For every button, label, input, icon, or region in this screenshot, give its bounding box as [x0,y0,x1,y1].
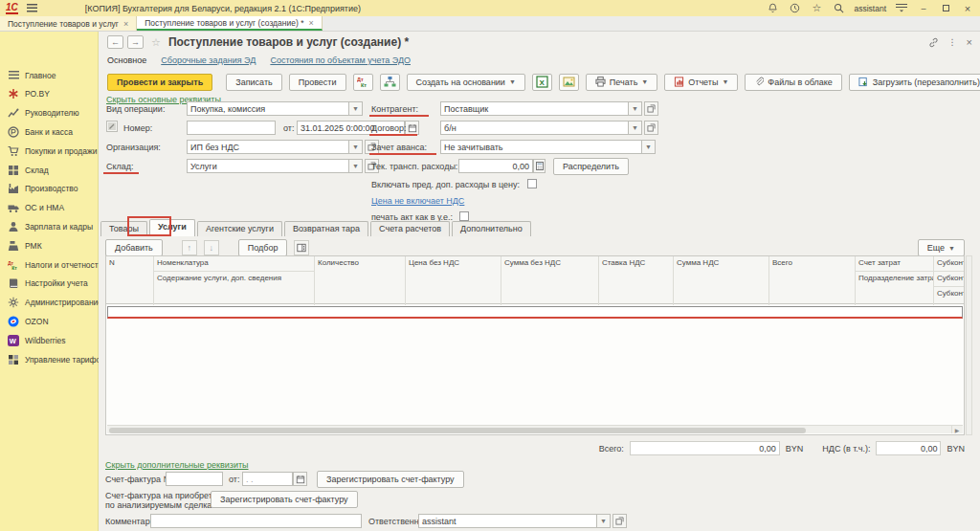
parts-tab[interactable]: Агентские услуги [197,221,282,236]
current-user[interactable]: assistant [854,4,886,13]
minimize-icon[interactable]: – [917,2,930,15]
parts-tab[interactable]: Товары [100,221,147,236]
back-button[interactable]: ← [107,35,123,49]
sidebar-item[interactable]: Производство [0,180,99,198]
notifications-bell-icon[interactable] [766,2,779,15]
get-link-icon[interactable] [928,37,939,48]
contractor-dropdown-icon[interactable]: ▼ [629,101,642,116]
price-no-vat-link[interactable]: Цена не включает НДС [371,196,464,206]
horizontal-scrollbar[interactable]: ▶ [107,425,963,433]
contract-dropdown-icon[interactable]: ▼ [629,121,642,135]
window-tab[interactable]: Поступление товаров и услуг (создание) *… [137,16,322,31]
comment-input[interactable] [150,514,362,528]
sidebar-item[interactable]: Управление тарифом [0,350,99,368]
scroll-right-icon[interactable]: ▶ [951,426,962,433]
invoice-number-input[interactable] [166,472,223,486]
contractor-open-icon[interactable] [644,101,658,116]
contract-open-icon[interactable] [644,121,658,135]
sidebar-item[interactable]: WWildberries [0,331,99,349]
sidebar-item[interactable]: OZON [0,312,99,330]
operation-type-input[interactable]: Покупка, комиссия [187,101,349,116]
responsible-open-icon[interactable] [612,514,627,528]
warehouse-input[interactable]: Услуги [187,159,349,173]
invoice-calendar-icon[interactable] [293,472,307,486]
create-based-on-button[interactable]: Создать на основании▼ [407,74,525,91]
favorites-star-icon[interactable]: ☆ [810,2,823,15]
table-empty-row[interactable] [107,306,963,319]
organization-input[interactable]: ИП без НДС [187,140,349,154]
parts-tab[interactable]: Счета расчетов [370,221,450,236]
vertical-scrollbar[interactable] [966,255,972,435]
nav-edo-states[interactable]: Состояния по объектам учета ЭДО [270,55,411,65]
number-input[interactable] [187,121,276,135]
sidebar-item[interactable]: Настройки учета [0,275,99,293]
sidebar-item[interactable]: Банк и касса [0,122,99,141]
register-invoice-acq-button[interactable]: Зарегистрировать счет-фактуру [211,491,358,508]
history-icon[interactable] [788,2,801,15]
sidebar-item[interactable]: РО.BY [0,85,99,103]
favorite-star-icon[interactable]: ☆ [151,36,161,49]
transport-costs-input[interactable]: 0,00 [458,159,533,173]
load-from-file-button[interactable]: Загрузить (перезаполнить) из файла [849,74,980,91]
parts-tab[interactable]: Дополнительно [452,221,531,236]
operation-type-dropdown-icon[interactable]: ▼ [349,101,363,116]
post-and-close-button[interactable]: Провести и закрыть [107,74,212,91]
close-form-icon[interactable]: × [967,36,972,48]
print-button[interactable]: Печать▼ [586,74,657,91]
tab-close-icon[interactable]: × [123,19,128,29]
column-settings-icon[interactable] [294,240,309,255]
hide-additional-requisites-link[interactable]: Скрыть дополнительные реквизиты [105,460,249,470]
advance-offset-dropdown-icon[interactable]: ▼ [642,140,656,154]
add-row-button[interactable]: Добавить [105,239,163,256]
save-button[interactable]: Записать [226,74,281,91]
attach-image-icon[interactable] [559,74,579,91]
sidebar-item[interactable]: Главное [0,66,99,84]
create-eschf-icon[interactable]: X [532,74,552,91]
distribute-button[interactable]: Распределить [553,158,629,175]
move-down-icon[interactable]: ↓ [204,240,219,255]
sidebar-item[interactable]: ОС и НМА [0,199,99,217]
document-structure-icon[interactable] [380,74,400,91]
edit-number-icon[interactable] [106,121,118,132]
main-menu-icon[interactable] [26,2,39,15]
sidebar-item[interactable]: Руководителю [0,104,99,122]
contract-input[interactable]: б/н [440,121,629,135]
cloud-files-button[interactable]: Файлы в облаке [745,74,841,91]
search-icon[interactable] [832,2,845,15]
contractor-input[interactable]: Поставщик [440,101,629,116]
more-actions-icon[interactable]: ⋮ [948,37,957,47]
move-up-icon[interactable]: ↑ [182,240,197,255]
sidebar-item[interactable]: Зарплата и кадры [0,217,99,235]
nav-assembly-tasks[interactable]: Сборочные задания ЭД [161,55,256,65]
sidebar-item[interactable]: Администрирование [0,294,99,312]
warehouse-dropdown-icon[interactable]: ▼ [349,159,363,173]
window-tab[interactable]: Поступление товаров и услуг× [0,16,137,31]
sidebar-item[interactable]: РМК [0,236,99,254]
responsible-dropdown-icon[interactable]: ▼ [597,514,611,528]
sidebar-item[interactable]: Покупки и продажи [0,142,99,160]
advance-offset-input[interactable]: Не зачитывать [440,140,642,154]
service-menu-icon[interactable] [895,2,908,15]
close-icon[interactable]: × [961,2,974,15]
register-invoice-button[interactable]: Зарегистрировать счет-фактуру [317,471,464,488]
post-button[interactable]: Провести [289,74,346,91]
show-postings-icon[interactable]: ДтКт [353,74,373,91]
sidebar-item[interactable]: ДтКтНалоги и отчетность [0,255,99,274]
scrollbar-thumb[interactable] [109,428,806,433]
include-expenses-checkbox[interactable] [527,179,537,188]
invoice-date-input[interactable]: . . [242,472,293,486]
parts-tab[interactable]: Услуги [149,219,195,236]
parts-tab[interactable]: Возвратная тара [284,221,368,236]
maximize-icon[interactable] [939,2,952,15]
responsible-input[interactable]: assistant [418,514,597,528]
calculator-icon[interactable] [533,159,546,173]
forward-button[interactable]: → [127,35,144,49]
nav-main[interactable]: Основное [107,55,146,65]
organization-dropdown-icon[interactable]: ▼ [349,140,363,154]
tab-close-icon[interactable]: × [308,18,313,28]
pick-button[interactable]: Подбор [238,239,288,256]
reports-button[interactable]: Отчеты▼ [664,74,738,91]
calendar-icon[interactable] [405,121,419,135]
table-more-button[interactable]: Еще▼ [918,239,965,256]
sidebar-item[interactable]: Склад [0,161,99,179]
